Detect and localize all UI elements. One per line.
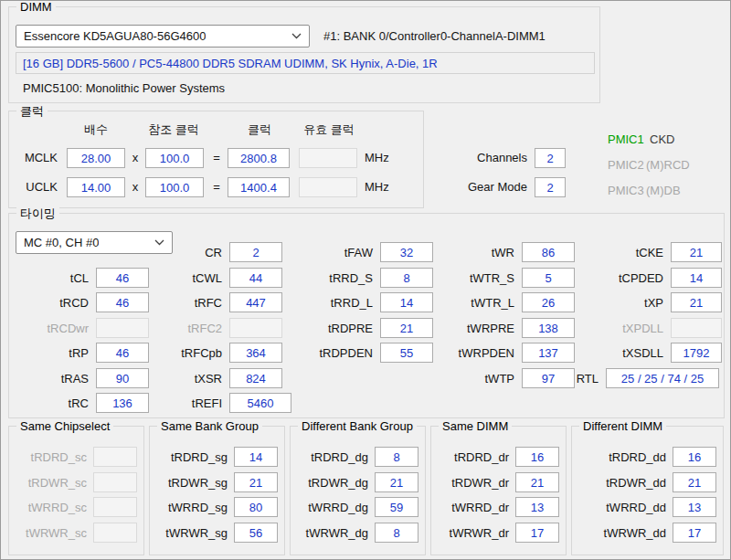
- uclk-reference-value[interactable]: 100.0: [145, 177, 204, 197]
- clock-group-title: 클럭: [16, 104, 48, 118]
- field-value[interactable]: 21: [671, 242, 722, 262]
- timing-field-tRDWR_dd: tRDWR_dd21: [576, 472, 716, 492]
- field-value[interactable]: 136: [96, 393, 149, 413]
- field-value[interactable]: 90: [96, 368, 149, 388]
- field-value[interactable]: 46: [96, 292, 149, 312]
- field-value[interactable]: 824: [229, 368, 282, 388]
- group-title: Same Bank Group: [157, 419, 262, 433]
- field-value[interactable]: 5460: [229, 393, 291, 413]
- chevron-down-icon: [291, 33, 302, 39]
- field-label: tWRWR_dd: [604, 526, 666, 540]
- field-value[interactable]: 13: [515, 497, 559, 517]
- field-value[interactable]: 21: [515, 472, 559, 492]
- field-value[interactable]: 21: [671, 292, 722, 312]
- pmic1-status: CKD: [650, 132, 674, 147]
- uclk-label: UCLK: [10, 180, 58, 195]
- field-value[interactable]: 8: [375, 523, 418, 543]
- field-value[interactable]: 86: [522, 242, 575, 262]
- field-label: tRP: [34, 346, 89, 360]
- field-value[interactable]: 21: [380, 318, 433, 338]
- field-value[interactable]: 138: [522, 318, 575, 338]
- field-value[interactable]: 447: [229, 292, 282, 312]
- field-value[interactable]: 44: [229, 268, 282, 288]
- uclk-multiplier-value[interactable]: 14.00: [67, 177, 125, 197]
- field-value[interactable]: 21: [375, 472, 418, 492]
- timing-field-tRFC: tRFC447: [165, 292, 282, 312]
- field-value[interactable]: 55: [380, 343, 433, 363]
- field-label: tRDRD_sg: [171, 450, 228, 464]
- mclk-unit-label: MHz: [365, 151, 389, 165]
- field-value[interactable]: 14: [671, 268, 722, 288]
- field-value[interactable]: 46: [96, 343, 149, 363]
- field-label: tXP: [607, 296, 663, 310]
- field-value[interactable]: 80: [234, 497, 278, 517]
- timing-field-tCPDED: tCPDED14: [607, 268, 722, 288]
- dimm-spec-readout[interactable]: [16 GB] DDR5-5600 / PC5-44800 DDR5 SDRAM…: [16, 52, 595, 74]
- field-value[interactable]: 14: [234, 447, 278, 467]
- mclk-reference-value[interactable]: 100.0: [145, 148, 204, 168]
- field-label: tREFI: [165, 396, 222, 410]
- dimm-pmic-info: PMIC5100: Monolithic Power Systems: [23, 81, 225, 96]
- field-label: tRFC: [165, 296, 222, 310]
- field-label: tXPDLL: [607, 322, 663, 335]
- field-label: tRDRD_dg: [311, 450, 368, 464]
- field-value[interactable]: 137: [522, 343, 575, 363]
- timing-field-tWRWR_dd: tWRWR_dd17: [576, 523, 716, 543]
- field-label: tRDWR_sg: [168, 476, 228, 490]
- field-value[interactable]: 16: [515, 447, 559, 467]
- field-value[interactable]: 13: [673, 497, 716, 517]
- timing-field-tRDRD_sc: tRDRD_sc: [13, 447, 137, 467]
- mclk-clock-value[interactable]: 2800.8: [228, 148, 290, 168]
- field-value[interactable]: 21: [673, 472, 716, 492]
- channels-value[interactable]: 2: [535, 148, 566, 168]
- field-label: tWTR_S: [443, 271, 514, 285]
- field-value[interactable]: 26: [522, 292, 575, 312]
- gear-mode-label: Gear Mode: [447, 180, 527, 195]
- field-label: RTL: [571, 372, 599, 386]
- field-label: tRDWR_dg: [308, 476, 368, 490]
- field-value[interactable]: 17: [673, 523, 716, 543]
- mclk-multiplier-value[interactable]: 28.00: [67, 148, 125, 168]
- field-value: [93, 447, 137, 467]
- pmic1-label: PMIC1: [608, 132, 644, 147]
- field-value[interactable]: 97: [522, 368, 575, 388]
- field-value[interactable]: 1792: [671, 343, 722, 363]
- gear-mode-value[interactable]: 2: [535, 177, 566, 197]
- field-value[interactable]: 16: [673, 447, 716, 467]
- timing-field-tWRWR_sc: tWRWR_sc: [13, 523, 137, 543]
- field-value[interactable]: 32: [380, 242, 433, 262]
- field-value[interactable]: 14: [380, 292, 433, 312]
- memory-channel-value: MC #0, CH #0: [24, 236, 99, 249]
- field-value[interactable]: 2: [229, 242, 282, 262]
- field-value[interactable]: 25 / 25 / 74 / 25: [606, 368, 719, 388]
- field-value[interactable]: 8: [380, 268, 433, 288]
- field-value: [93, 523, 137, 543]
- timing-field-tRP: tRP46: [34, 343, 149, 363]
- group-title: Same DIMM: [439, 419, 512, 433]
- field-value[interactable]: 56: [234, 523, 278, 543]
- timing-field-tREFI: tREFI5460: [165, 393, 291, 413]
- field-value[interactable]: 8: [375, 447, 418, 467]
- field-value[interactable]: 364: [229, 343, 282, 363]
- field-label: tCKE: [607, 246, 663, 259]
- field-value[interactable]: 46: [96, 268, 149, 288]
- memory-channel-dropdown[interactable]: MC #0, CH #0: [16, 231, 173, 254]
- multiply-sign: x: [129, 180, 142, 195]
- timing-field-CR: CR2: [165, 242, 282, 262]
- field-value[interactable]: 17: [515, 523, 559, 543]
- dimm-selector-dropdown[interactable]: Essencore KD5AGUA80-56G4600: [16, 25, 310, 48]
- field-label: tWRRD_dr: [451, 501, 509, 514]
- pmic3-label: PMIC3: [608, 184, 644, 198]
- field-label: tRCD: [34, 296, 89, 310]
- uclk-clock-value[interactable]: 1400.4: [228, 177, 290, 197]
- field-label: tWTR_L: [443, 296, 514, 310]
- field-value[interactable]: 21: [234, 472, 278, 492]
- equals-sign: =: [209, 151, 224, 165]
- field-value[interactable]: 5: [522, 268, 575, 288]
- timing-field-tWTP: tWTP97: [443, 368, 575, 388]
- timing-field-tRAS: tRAS90: [34, 368, 149, 388]
- field-label: tCL: [34, 271, 89, 285]
- field-label: tFAW: [307, 246, 373, 259]
- field-value[interactable]: 59: [375, 497, 418, 517]
- timing-field-tCKE: tCKE21: [607, 242, 722, 262]
